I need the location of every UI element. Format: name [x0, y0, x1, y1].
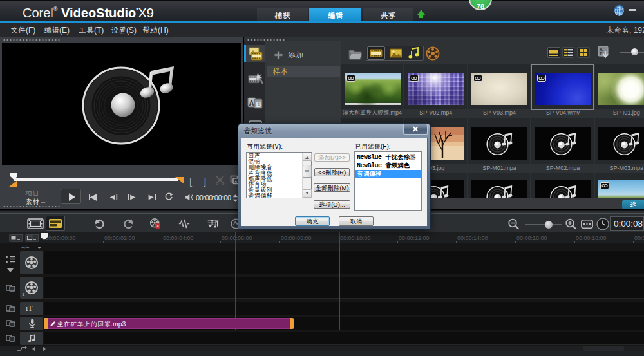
svg-text:B: B [256, 100, 261, 108]
svg-text:Z: Z [600, 52, 602, 56]
svg-text:A: A [249, 99, 254, 107]
